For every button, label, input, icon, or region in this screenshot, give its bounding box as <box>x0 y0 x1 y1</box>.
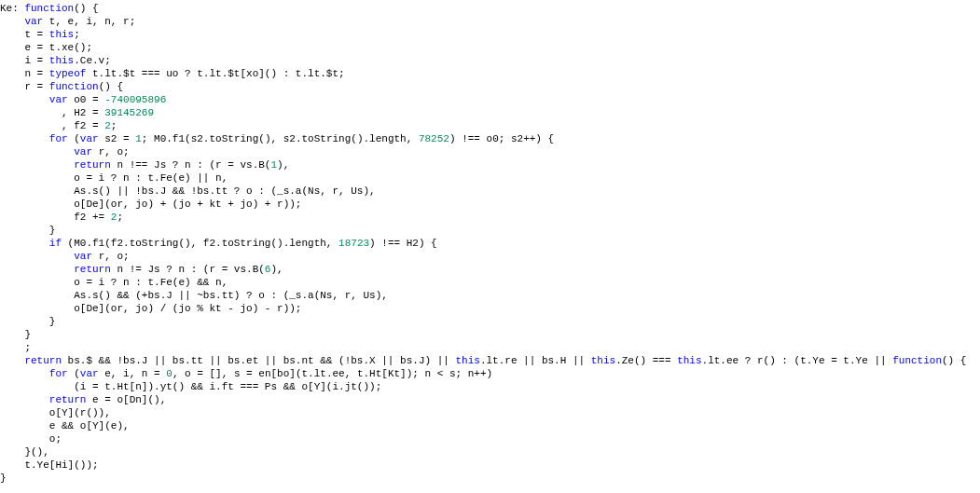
code-line: } <box>0 329 31 340</box>
code-line: o[De](or, jo) + (jo + kt + jo) + r)); <box>0 199 301 210</box>
token-op: ( <box>68 368 80 379</box>
token-kw: var <box>49 94 68 105</box>
token-op: t, e, i, n, r; <box>43 16 135 27</box>
code-line: } <box>0 316 55 327</box>
token-op: o[De](or, jo) + (jo + kt + jo) + r)); <box>0 199 301 210</box>
token-op <box>0 368 49 379</box>
code-line: e = t.xe(); <box>0 42 92 53</box>
token-op: o0 = <box>68 94 105 105</box>
code-line: , H2 = 39145269 <box>0 107 154 118</box>
token-num: 18723 <box>338 238 369 249</box>
token-op: () { <box>942 355 966 366</box>
code-line: for (var s2 = 1; M0.f1(s2.toString(), s2… <box>0 133 554 144</box>
token-op: e = t.xe(); <box>0 42 92 53</box>
token-op: } <box>0 316 55 327</box>
token-op: ; <box>0 342 31 353</box>
code-line: o; <box>0 433 62 445</box>
token-op: (i = t.Ht[n]).yt() && i.ft === Ps && o[Y… <box>0 381 381 392</box>
code-line: ; <box>0 342 31 353</box>
token-op: .lt.ee ? r() : (t.Ye = t.Ye || <box>702 355 893 366</box>
token-kw: typeof <box>49 68 87 79</box>
code-line: return n !== Js ? n : (r = vs.B(1), <box>0 159 289 171</box>
code-line: return n != Js ? n : (r = vs.B(6), <box>0 264 283 275</box>
token-kw: this <box>49 29 74 40</box>
token-op: e && o[Y](e), <box>0 420 130 431</box>
token-op: }(), <box>0 446 49 458</box>
token-kw: for <box>49 133 68 144</box>
token-op: } <box>0 472 7 484</box>
code-line: i = this.Ce.v; <box>0 55 111 66</box>
token-op: o[De](or, jo) / (jo % kt - jo) - r)); <box>0 303 301 314</box>
token-op: r, o; <box>92 251 130 262</box>
token-kw: return <box>74 264 111 275</box>
code-line: As.s() || !bs.J && !bs.tt ? o : (_s.a(Ns… <box>0 185 376 197</box>
token-op: t = <box>0 29 49 40</box>
code-line: f2 += 2; <box>0 212 123 223</box>
token-op: As.s() || !bs.J && !bs.tt ? o : (_s.a(Ns… <box>0 185 376 197</box>
token-op: ; <box>111 120 117 131</box>
code-line: (i = t.Ht[n]).yt() && i.ft === Ps && o[Y… <box>0 381 381 392</box>
token-op: bs.$ && !bs.J || bs.tt || bs.et || bs.nt… <box>62 355 455 366</box>
token-num: 0 <box>166 368 173 379</box>
token-op <box>0 133 49 144</box>
token-op: , H2 = <box>0 107 104 118</box>
token-op: , f2 = <box>0 120 104 131</box>
code-line: return e = o[Dn](), <box>0 394 166 405</box>
token-op: e, i, n = <box>99 368 167 379</box>
token-op: ( <box>68 133 80 144</box>
code-line: o = i ? n : t.Fe(e) || n, <box>0 172 228 184</box>
token-kw: this <box>455 355 479 366</box>
token-kw: for <box>49 368 68 379</box>
code-line: return bs.$ && !bs.J || bs.tt || bs.et |… <box>0 355 966 366</box>
token-op: ; M0.f1(s2.toString(), s2.toString().len… <box>142 133 419 144</box>
token-kw: this <box>677 355 701 366</box>
token-op: n != Js ? n : (r = vs.B( <box>111 264 265 275</box>
token-kw: var <box>80 368 99 379</box>
code-line: } <box>0 225 55 236</box>
token-kw: function <box>49 81 99 92</box>
token-op <box>0 238 49 249</box>
token-id: Ke: <box>0 3 24 14</box>
token-op: ; <box>74 29 80 40</box>
token-num: 2 <box>104 120 111 131</box>
code-line: }(), <box>0 446 49 458</box>
token-op <box>0 146 74 157</box>
token-op: t.Ye[Hi]()); <box>0 459 99 471</box>
token-op: ) !== o0; s2++) { <box>449 133 554 144</box>
token-op: o[Y](r()), <box>0 407 111 418</box>
token-op: () { <box>99 81 123 92</box>
token-kw: this <box>49 55 74 66</box>
token-op <box>0 394 49 405</box>
token-kw: var <box>80 133 99 144</box>
token-kw: if <box>49 238 62 249</box>
code-line: t.Ye[Hi]()); <box>0 459 99 471</box>
token-op: As.s() && (+bs.J || ~bs.tt) ? o : (_s.a(… <box>0 290 388 301</box>
token-num: 1 <box>135 133 142 144</box>
token-op: ; <box>117 212 123 223</box>
token-op: t.lt.$t === uo ? t.lt.$t[xo]() : t.lt.$t… <box>86 68 344 79</box>
token-kw: var <box>74 146 92 157</box>
token-kw: function <box>892 355 942 366</box>
token-op: s2 = <box>99 133 136 144</box>
code-line: var o0 = -740095896 <box>0 94 166 105</box>
code-line: if (M0.f1(f2.toString(), f2.toString().l… <box>0 238 437 249</box>
token-op: .lt.re || bs.H || <box>480 355 591 366</box>
code-listing: Ke: function() { var t, e, i, n, r; t = … <box>0 0 980 485</box>
token-op: f2 += <box>0 212 111 223</box>
token-op: o = i ? n : t.Fe(e) || n, <box>0 172 228 184</box>
token-op: e = o[Dn](), <box>86 394 166 405</box>
token-op <box>0 159 74 171</box>
token-op: r, o; <box>92 146 130 157</box>
code-line: Ke: function() { <box>0 3 99 14</box>
token-op: () { <box>74 3 98 14</box>
token-op: n !== Js ? n : (r = vs.B( <box>111 159 271 171</box>
code-line: } <box>0 472 7 484</box>
code-line: o[Y](r()), <box>0 407 111 418</box>
code-line: t = this; <box>0 29 80 40</box>
code-line: var t, e, i, n, r; <box>0 16 135 27</box>
token-kw: this <box>591 355 615 366</box>
token-op: .Ze() === <box>615 355 677 366</box>
token-kw: return <box>49 394 87 405</box>
token-op <box>0 94 49 105</box>
token-op <box>0 16 24 27</box>
